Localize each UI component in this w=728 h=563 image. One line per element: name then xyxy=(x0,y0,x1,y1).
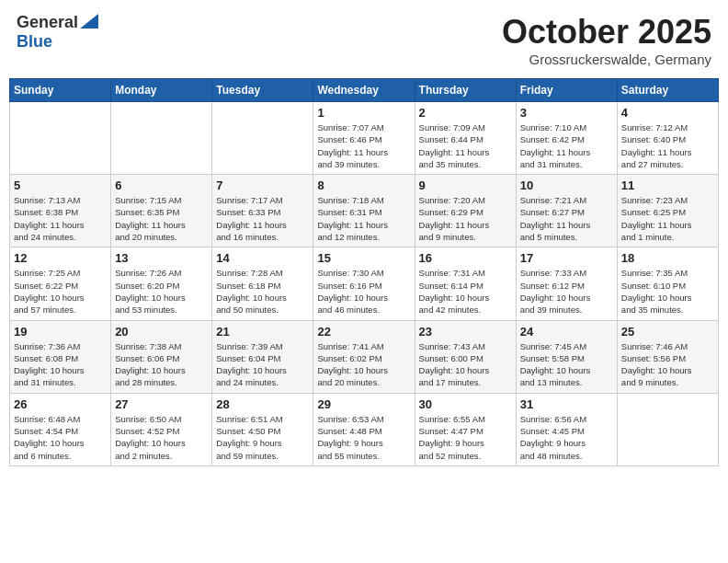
day-info: Sunrise: 7:35 AMSunset: 6:10 PMDaylight:… xyxy=(621,267,714,316)
day-info: Sunrise: 7:45 AMSunset: 5:58 PMDaylight:… xyxy=(520,340,613,389)
logo: General Blue xyxy=(17,13,98,52)
day-info: Sunrise: 7:30 AMSunset: 6:16 PMDaylight:… xyxy=(317,267,410,316)
calendar-cell: 5Sunrise: 7:13 AMSunset: 6:38 PMDaylight… xyxy=(10,175,111,247)
calendar-cell: 29Sunrise: 6:53 AMSunset: 4:48 PMDayligh… xyxy=(313,393,415,465)
logo-blue-text: Blue xyxy=(17,32,52,51)
day-info: Sunrise: 7:12 AMSunset: 6:40 PMDaylight:… xyxy=(621,121,714,170)
day-info: Sunrise: 6:53 AMSunset: 4:48 PMDaylight:… xyxy=(317,413,410,462)
day-number: 28 xyxy=(216,397,309,411)
location-subtitle: Grossruckerswalde, Germany xyxy=(502,52,711,67)
day-number: 30 xyxy=(419,397,512,411)
day-of-week-header: Sunday xyxy=(10,79,111,102)
day-number: 8 xyxy=(317,178,410,192)
day-info: Sunrise: 6:55 AMSunset: 4:47 PMDaylight:… xyxy=(419,413,512,462)
page-header: General Blue October 2025 Grossruckerswa… xyxy=(9,9,719,71)
day-number: 6 xyxy=(115,178,208,192)
calendar-cell: 22Sunrise: 7:41 AMSunset: 6:02 PMDayligh… xyxy=(313,320,415,393)
day-info: Sunrise: 7:26 AMSunset: 6:20 PMDaylight:… xyxy=(115,267,208,316)
day-info: Sunrise: 7:09 AMSunset: 6:44 PMDaylight:… xyxy=(419,121,512,170)
day-number: 13 xyxy=(115,251,208,265)
calendar-cell: 16Sunrise: 7:31 AMSunset: 6:14 PMDayligh… xyxy=(415,247,516,320)
calendar-cell: 14Sunrise: 7:28 AMSunset: 6:18 PMDayligh… xyxy=(212,247,313,320)
calendar-table: SundayMondayTuesdayWednesdayThursdayFrid… xyxy=(9,78,719,466)
day-number: 9 xyxy=(419,178,512,192)
day-info: Sunrise: 7:17 AMSunset: 6:33 PMDaylight:… xyxy=(216,194,309,243)
calendar-cell: 12Sunrise: 7:25 AMSunset: 6:22 PMDayligh… xyxy=(10,247,111,320)
day-info: Sunrise: 6:48 AMSunset: 4:54 PMDaylight:… xyxy=(14,413,107,462)
calendar-week-row: 1Sunrise: 7:07 AMSunset: 6:46 PMDaylight… xyxy=(10,102,719,175)
calendar-week-row: 12Sunrise: 7:25 AMSunset: 6:22 PMDayligh… xyxy=(10,247,719,320)
day-info: Sunrise: 7:20 AMSunset: 6:29 PMDaylight:… xyxy=(419,194,512,243)
calendar-cell: 19Sunrise: 7:36 AMSunset: 6:08 PMDayligh… xyxy=(10,320,111,393)
day-number: 27 xyxy=(115,397,208,411)
calendar-week-row: 5Sunrise: 7:13 AMSunset: 6:38 PMDaylight… xyxy=(10,175,719,247)
day-number: 20 xyxy=(115,325,208,339)
day-number: 7 xyxy=(216,178,309,192)
day-number: 24 xyxy=(520,325,613,339)
calendar-cell: 27Sunrise: 6:50 AMSunset: 4:52 PMDayligh… xyxy=(111,393,212,465)
calendar-cell: 4Sunrise: 7:12 AMSunset: 6:40 PMDaylight… xyxy=(617,102,718,175)
day-of-week-header: Tuesday xyxy=(212,79,313,102)
calendar-cell: 31Sunrise: 6:56 AMSunset: 4:45 PMDayligh… xyxy=(516,393,617,465)
calendar-cell: 6Sunrise: 7:15 AMSunset: 6:35 PMDaylight… xyxy=(111,175,212,247)
logo-general-text: General xyxy=(17,13,78,32)
day-of-week-header: Monday xyxy=(111,79,212,102)
calendar-cell: 15Sunrise: 7:30 AMSunset: 6:16 PMDayligh… xyxy=(313,247,415,320)
day-info: Sunrise: 7:36 AMSunset: 6:08 PMDaylight:… xyxy=(14,340,107,389)
calendar-cell: 18Sunrise: 7:35 AMSunset: 6:10 PMDayligh… xyxy=(617,247,718,320)
calendar-cell: 7Sunrise: 7:17 AMSunset: 6:33 PMDaylight… xyxy=(212,175,313,247)
calendar-cell: 23Sunrise: 7:43 AMSunset: 6:00 PMDayligh… xyxy=(415,320,516,393)
day-of-week-header: Saturday xyxy=(617,79,718,102)
calendar-cell xyxy=(212,102,313,175)
calendar-cell xyxy=(10,102,111,175)
day-info: Sunrise: 7:18 AMSunset: 6:31 PMDaylight:… xyxy=(317,194,410,243)
calendar-cell: 21Sunrise: 7:39 AMSunset: 6:04 PMDayligh… xyxy=(212,320,313,393)
calendar-cell: 10Sunrise: 7:21 AMSunset: 6:27 PMDayligh… xyxy=(516,175,617,247)
day-info: Sunrise: 7:31 AMSunset: 6:14 PMDaylight:… xyxy=(419,267,512,316)
day-info: Sunrise: 7:25 AMSunset: 6:22 PMDaylight:… xyxy=(14,267,107,316)
day-number: 19 xyxy=(14,325,107,339)
day-number: 21 xyxy=(216,325,309,339)
calendar-cell: 3Sunrise: 7:10 AMSunset: 6:42 PMDaylight… xyxy=(516,102,617,175)
day-number: 16 xyxy=(419,251,512,265)
day-info: Sunrise: 7:39 AMSunset: 6:04 PMDaylight:… xyxy=(216,340,309,389)
day-number: 25 xyxy=(621,325,714,339)
day-number: 15 xyxy=(317,251,410,265)
day-of-week-header: Wednesday xyxy=(313,79,415,102)
calendar-header-row: SundayMondayTuesdayWednesdayThursdayFrid… xyxy=(10,79,719,102)
calendar-cell: 13Sunrise: 7:26 AMSunset: 6:20 PMDayligh… xyxy=(111,247,212,320)
logo-icon xyxy=(80,14,98,29)
calendar-cell: 24Sunrise: 7:45 AMSunset: 5:58 PMDayligh… xyxy=(516,320,617,393)
day-of-week-header: Thursday xyxy=(415,79,516,102)
day-info: Sunrise: 7:07 AMSunset: 6:46 PMDaylight:… xyxy=(317,121,410,170)
day-number: 31 xyxy=(520,397,613,411)
day-number: 26 xyxy=(14,397,107,411)
calendar-cell: 28Sunrise: 6:51 AMSunset: 4:50 PMDayligh… xyxy=(212,393,313,465)
day-info: Sunrise: 7:46 AMSunset: 5:56 PMDaylight:… xyxy=(621,340,714,389)
day-info: Sunrise: 7:38 AMSunset: 6:06 PMDaylight:… xyxy=(115,340,208,389)
day-info: Sunrise: 7:23 AMSunset: 6:25 PMDaylight:… xyxy=(621,194,714,243)
day-number: 2 xyxy=(419,106,512,120)
day-number: 17 xyxy=(520,251,613,265)
calendar-cell: 1Sunrise: 7:07 AMSunset: 6:46 PMDaylight… xyxy=(313,102,415,175)
day-info: Sunrise: 6:50 AMSunset: 4:52 PMDaylight:… xyxy=(115,413,208,462)
svg-marker-0 xyxy=(80,14,98,29)
day-number: 10 xyxy=(520,178,613,192)
calendar-cell: 30Sunrise: 6:55 AMSunset: 4:47 PMDayligh… xyxy=(415,393,516,465)
calendar-cell: 11Sunrise: 7:23 AMSunset: 6:25 PMDayligh… xyxy=(617,175,718,247)
day-info: Sunrise: 7:10 AMSunset: 6:42 PMDaylight:… xyxy=(520,121,613,170)
day-number: 12 xyxy=(14,251,107,265)
day-info: Sunrise: 6:56 AMSunset: 4:45 PMDaylight:… xyxy=(520,413,613,462)
day-number: 29 xyxy=(317,397,410,411)
calendar-cell xyxy=(111,102,212,175)
day-of-week-header: Friday xyxy=(516,79,617,102)
day-info: Sunrise: 7:28 AMSunset: 6:18 PMDaylight:… xyxy=(216,267,309,316)
month-title: October 2025 xyxy=(502,13,711,52)
calendar-cell: 2Sunrise: 7:09 AMSunset: 6:44 PMDaylight… xyxy=(415,102,516,175)
calendar-week-row: 26Sunrise: 6:48 AMSunset: 4:54 PMDayligh… xyxy=(10,393,719,465)
calendar-cell: 8Sunrise: 7:18 AMSunset: 6:31 PMDaylight… xyxy=(313,175,415,247)
day-number: 23 xyxy=(419,325,512,339)
day-info: Sunrise: 7:41 AMSunset: 6:02 PMDaylight:… xyxy=(317,340,410,389)
day-number: 18 xyxy=(621,251,714,265)
day-info: Sunrise: 7:13 AMSunset: 6:38 PMDaylight:… xyxy=(14,194,107,243)
